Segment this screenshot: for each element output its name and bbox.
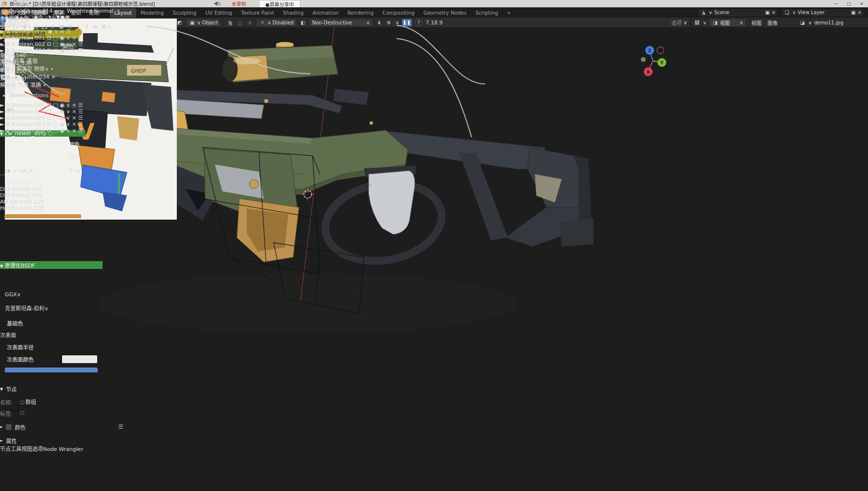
image-editor-header: 🖽∨ ◨视图∨ 视图图像 ◪∨ demo11.jpg [690,18,868,28]
unlink-scene-icon[interactable]: × [772,10,776,15]
rifle-grip [319,165,447,270]
axis-neg-y-icon [641,57,646,62]
group-color-output-label: 颜色 [0,137,85,148]
shield-icon[interactable]: ◇ [74,167,81,174]
image-name-field[interactable]: demo11.jpg [814,20,865,25]
view-layer-selector[interactable]: ❏∨ View Layer ▣× [781,8,864,17]
principled-bsdf-node[interactable]: ▼ 原理化BSDF GGX∨ 克里斯坦森-伯利∨ 基础色 次表面 次表面半径 次… [0,261,103,385]
label-label: 标签: [0,409,16,417]
node-slider[interactable]: AO Amoun0.110 [0,199,85,205]
minimize-button[interactable]: ─ [830,0,843,7]
subsurface-slider[interactable]: 次表面 [0,331,103,339]
image-editor-icon[interactable]: 🖽 [694,19,700,26]
sidebar-tab[interactable]: 视图 [21,446,32,452]
color-swatch-icon [6,424,12,430]
node-slider[interactable]: Dirt Scale0.430 [0,186,85,192]
sidebar-tab[interactable]: 选项 [32,446,43,452]
distribution-dropdown[interactable]: GGX∨ [5,291,98,301]
subsurface-color-label: 次表面颜色 [7,355,34,363]
collapse-icon[interactable]: ▼ [0,264,3,268]
node-panel-header[interactable]: ▼ 节点 [0,385,123,393]
group-name-field[interactable]: cw_n... [19,167,67,174]
node-slider[interactable]: Dirt Amou0.030 [0,192,85,199]
node-sidebar-panel: ▼ 节点 名称: 🖵群组 标签: 🖵 ►颜色 ☰ ► 属性 [0,385,123,445]
scene-icon: ◮ [700,9,707,16]
collapse-icon: ▼ [0,387,3,391]
sidebar-tab[interactable]: 节点 [0,446,11,452]
expand-icon: ► [0,425,3,429]
scrollbar-thumb[interactable] [118,173,120,194]
image-icon[interactable]: ◪ [799,19,806,26]
node-slider[interactable]: Height Am0.710 [0,205,85,211]
bsdf-partial-row [5,368,98,372]
svg-text:Y: Y [660,61,664,65]
subsurface-radius-label: 次表面半径 [0,339,103,351]
group-color-input-label: Color Input [0,174,85,186]
group-rough-output-label: 糙度 [0,148,85,160]
group-partial-row [4,214,81,218]
view-layer-name: View Layer [798,10,849,15]
image-editor-menus: 视图图像 [748,19,781,26]
node-label-field[interactable]: 🖵 [19,409,123,417]
menu-item[interactable]: 图像 [764,19,781,26]
subsurface-color-row: 次表面颜色 [0,351,103,364]
bsdf-node-header[interactable]: ▼ 原理化BSDF [0,261,103,269]
attributes-section-header[interactable]: ► 属性 [0,437,123,445]
group-users-badge[interactable]: 3 [69,167,72,174]
group-datablock-row: ◑∨ cw_n... 3 ◇ [0,160,85,174]
group-node[interactable]: ▼ cw_newer_dirty 🖵 颜色 糙度 ◑∨ cw_n... 3 ◇ … [0,130,85,261]
sidebar-tab[interactable]: Node Wrangler [43,446,83,452]
new-scene-icon[interactable]: ▣ [765,10,769,15]
subsurface-color-swatch[interactable] [62,355,98,364]
node-icon: 🖵 [19,400,25,407]
node-sidebar-tabs: 节点工具视图选项Node Wrangler [0,445,123,452]
rifle-magazine [204,149,299,262]
image-mode-dropdown[interactable]: ◨视图∨ [709,19,746,27]
remove-layer-icon[interactable]: × [858,10,862,15]
menu-item[interactable]: 视图 [748,19,764,26]
name-label: 名称: [0,398,16,406]
sidebar-tab[interactable]: 工具 [11,446,21,452]
view-layer-icon: ❏ [783,9,790,16]
scene-selector[interactable]: ◮∨ Scene ▣× [698,8,778,17]
group-sliders: Dirt Scale0.430Dirt Amou0.030AO Amoun0.1… [0,186,85,211]
base-color-label: 基础色 [0,313,103,327]
color-section-header[interactable]: ►颜色 ☰ [0,423,123,431]
svg-text:Z: Z [648,48,652,53]
blender-window: Blender* [D:\然年稳设计课程\第四期课程\第四期枪械示范.blend… [0,0,868,491]
shader-node-editor[interactable]: ◐∨ ▣物体∨ 视图选择添加节点 ✓ 使用节点 Slot 2∨ ◑∨ or 13… [0,0,123,452]
maximize-button[interactable]: □ [843,0,855,7]
node-name-field[interactable]: 🖵群组 [19,398,123,407]
axis-neg-x-icon [657,47,664,54]
presets-list-icon[interactable]: ☰ [118,424,123,430]
node-icon: 🖵 [19,410,25,417]
new-layer-icon[interactable]: ▣ [851,10,855,15]
subsurface-method-dropdown[interactable]: 克里斯坦森-伯利∨ [5,304,98,313]
view-mode-icon: ◨ [712,19,719,26]
expand-icon: ► [0,438,3,443]
node-wires [0,0,690,137]
svg-text:X: X [647,70,650,75]
background-label: or [7,106,12,113]
scene-name: Scene [714,10,763,15]
navigation-gizmo[interactable]: Z Y X [637,41,672,82]
close-button[interactable]: ✕ [855,0,868,7]
material-sphere-icon[interactable]: ◑ [4,167,11,174]
